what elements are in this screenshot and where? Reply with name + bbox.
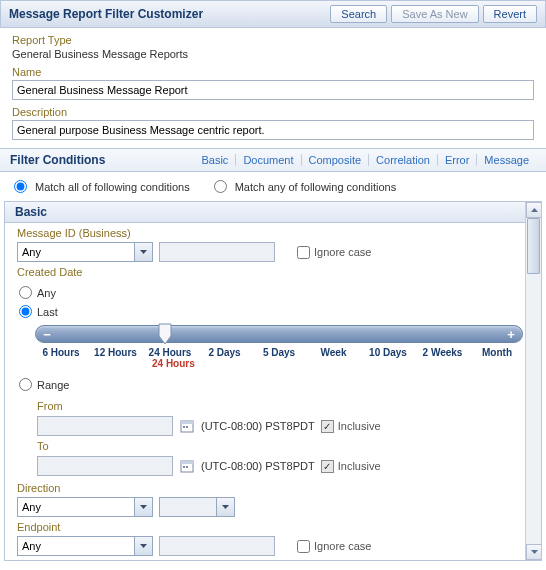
description-input[interactable]	[12, 120, 534, 140]
slider-tick: 24 Hours	[146, 347, 194, 358]
direction-value-select[interactable]	[159, 497, 217, 517]
slider-selected-value: 24 Hours	[35, 358, 523, 369]
svg-rect-1	[181, 421, 193, 424]
slider-tick: 6 Hours	[37, 347, 85, 358]
created-date-label: Created Date	[17, 266, 529, 278]
date-last-label: Last	[37, 306, 58, 318]
date-any-label: Any	[37, 287, 56, 299]
message-id-dropdown-button[interactable]	[134, 242, 153, 262]
match-all-radio-input[interactable]	[14, 180, 27, 193]
message-id-label: Message ID (Business)	[17, 227, 529, 239]
match-any-radio-input[interactable]	[214, 180, 227, 193]
direction-label: Direction	[17, 482, 529, 494]
direction-select[interactable]	[17, 497, 135, 517]
message-id-ignore-case[interactable]: Ignore case	[297, 246, 371, 259]
slider-tick: 2 Weeks	[419, 347, 467, 358]
search-button[interactable]: Search	[330, 5, 387, 23]
ignore-case-label: Ignore case	[314, 540, 371, 552]
slider-minus-icon[interactable]: −	[38, 326, 56, 342]
tab-error[interactable]: Error	[437, 154, 476, 166]
scroll-thumb[interactable]	[527, 218, 540, 274]
to-date-input[interactable]	[37, 456, 173, 476]
svg-rect-6	[183, 466, 185, 468]
name-input[interactable]	[12, 80, 534, 100]
from-timezone: (UTC-08:00) PST8PDT	[201, 420, 315, 432]
ignore-case-checkbox[interactable]	[297, 540, 310, 553]
inclusive-label: Inclusive	[338, 420, 381, 432]
date-any-radio[interactable]	[19, 286, 32, 299]
from-date-input[interactable]	[37, 416, 173, 436]
date-last-radio[interactable]	[19, 305, 32, 318]
slider-ticks: 6 Hours 12 Hours 24 Hours 2 Days 5 Days …	[35, 343, 523, 358]
endpoint-dropdown-button[interactable]	[134, 536, 153, 556]
match-all-radio[interactable]: Match all of following conditions	[14, 180, 190, 193]
inclusive-label: Inclusive	[338, 460, 381, 472]
from-inclusive[interactable]: ✓ Inclusive	[321, 420, 381, 433]
revert-button[interactable]: Revert	[483, 5, 537, 23]
checked-checkbox-icon: ✓	[321, 460, 334, 473]
tab-document[interactable]: Document	[235, 154, 300, 166]
svg-rect-7	[186, 466, 188, 468]
endpoint-select[interactable]	[17, 536, 135, 556]
slider-plus-icon[interactable]: +	[502, 326, 520, 342]
match-any-label: Match any of following conditions	[235, 181, 396, 193]
svg-rect-3	[186, 426, 188, 428]
vertical-scrollbar[interactable]	[525, 202, 541, 560]
chevron-down-icon	[531, 550, 538, 554]
description-label: Description	[12, 106, 534, 118]
to-label: To	[17, 440, 529, 452]
page-title: Message Report Filter Customizer	[9, 7, 326, 21]
date-range-radio[interactable]	[19, 378, 32, 391]
match-all-label: Match all of following conditions	[35, 181, 190, 193]
endpoint-label: Endpoint	[17, 521, 529, 533]
slider-tick: 12 Hours	[92, 347, 140, 358]
scroll-down-button[interactable]	[526, 544, 542, 560]
to-inclusive[interactable]: ✓ Inclusive	[321, 460, 381, 473]
ignore-case-label: Ignore case	[314, 246, 371, 258]
date-range-label: Range	[37, 379, 69, 391]
slider-tick: 2 Days	[201, 347, 249, 358]
message-id-value-input[interactable]	[159, 242, 275, 262]
slider-tick: 5 Days	[255, 347, 303, 358]
state-label: State	[17, 560, 529, 561]
filter-conditions-title: Filter Conditions	[10, 153, 194, 167]
chevron-down-icon	[140, 250, 147, 254]
svg-rect-5	[181, 461, 193, 464]
to-timezone: (UTC-08:00) PST8PDT	[201, 460, 315, 472]
report-type-value: General Business Message Reports	[12, 48, 534, 60]
slider-tick: Month	[473, 347, 521, 358]
tab-composite[interactable]: Composite	[301, 154, 369, 166]
tab-correlation[interactable]: Correlation	[368, 154, 437, 166]
slider-tick: Week	[310, 347, 358, 358]
basic-section-header: Basic	[5, 202, 541, 223]
report-type-label: Report Type	[12, 34, 534, 46]
message-id-select[interactable]	[17, 242, 135, 262]
chevron-down-icon	[222, 505, 229, 509]
date-slider[interactable]: − +	[35, 325, 523, 343]
calendar-icon[interactable]	[179, 418, 195, 434]
svg-rect-2	[183, 426, 185, 428]
match-any-radio[interactable]: Match any of following conditions	[214, 180, 396, 193]
chevron-down-icon	[140, 544, 147, 548]
slider-tick: 10 Days	[364, 347, 412, 358]
from-label: From	[17, 400, 529, 412]
calendar-icon[interactable]	[179, 458, 195, 474]
ignore-case-checkbox[interactable]	[297, 246, 310, 259]
tab-message[interactable]: Message	[476, 154, 536, 166]
endpoint-value-input[interactable]	[159, 536, 275, 556]
checked-checkbox-icon: ✓	[321, 420, 334, 433]
direction-value-dropdown-button[interactable]	[216, 497, 235, 517]
save-as-new-button[interactable]: Save As New	[391, 5, 478, 23]
name-label: Name	[12, 66, 534, 78]
endpoint-ignore-case[interactable]: Ignore case	[297, 540, 371, 553]
direction-dropdown-button[interactable]	[134, 497, 153, 517]
chevron-down-icon	[140, 505, 147, 509]
scroll-up-button[interactable]	[526, 202, 542, 218]
tab-basic[interactable]: Basic	[194, 154, 235, 166]
chevron-up-icon	[531, 208, 538, 212]
